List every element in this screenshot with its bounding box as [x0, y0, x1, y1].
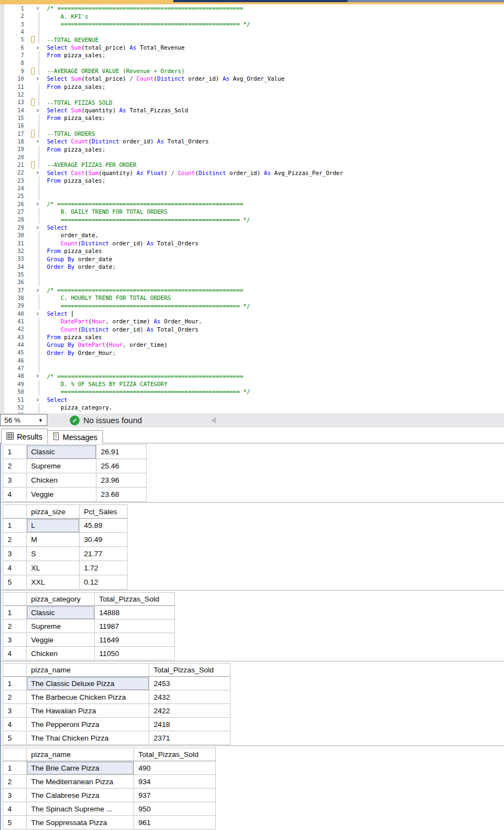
code-line-12[interactable]: 12 [0, 91, 504, 99]
column-header-Total_Pizzas_Sold[interactable]: Total_Pizzas_Sold [95, 593, 175, 606]
grid-cell[interactable]: 30.49 [80, 533, 127, 547]
collapse-arrow-icon[interactable]: ∨ [36, 396, 40, 404]
grid-cell[interactable]: 2371 [149, 731, 230, 745]
grid-cell[interactable]: 11649 [95, 633, 175, 647]
grid-cell[interactable]: Veggie [27, 488, 96, 502]
grid-cell[interactable]: L [27, 519, 80, 533]
code-line-50[interactable]: 50 =====================================… [0, 388, 504, 396]
column-header-pizza_name[interactable]: pizza_name [27, 664, 149, 677]
row-header-2[interactable]: 2 [3, 459, 27, 473]
code-line-10[interactable]: 10∨Select Sum(total_price) / Count(Disti… [0, 75, 504, 83]
grid-cell[interactable]: Chicken [27, 473, 96, 488]
grid-cell[interactable]: 14888 [95, 606, 175, 620]
code-line-22[interactable]: 22∨Select Cast(Sum(quantity) As Float) /… [0, 169, 504, 177]
grid-cell[interactable]: Veggie [27, 633, 95, 647]
grid-cell[interactable]: 25.46 [96, 459, 147, 473]
grid-cell[interactable]: 2418 [149, 718, 230, 731]
code-line-46[interactable]: 46 [0, 357, 504, 365]
row-header-1[interactable]: 1 [3, 677, 27, 690]
code-line-4[interactable]: 4 [0, 28, 504, 36]
grid-corner-cell[interactable] [3, 664, 27, 677]
grid-corner-cell[interactable] [3, 593, 27, 606]
row-header-5[interactable]: 5 [3, 731, 27, 745]
code-line-2[interactable]: 2 A. KPI's [0, 12, 504, 20]
code-line-1[interactable]: 1∨/* ===================================… [0, 4, 504, 13]
collapse-arrow-icon[interactable]: ∨ [36, 310, 40, 317]
grid-cell[interactable]: M [27, 533, 80, 547]
code-line-52[interactable]: 52 pizza_category, [0, 404, 504, 412]
grid-cell[interactable]: 1.72 [80, 561, 127, 575]
code-line-39[interactable]: 39 =====================================… [0, 302, 504, 310]
grid-cell[interactable]: 2422 [149, 704, 230, 718]
grid-cell[interactable]: Chicken [27, 647, 95, 660]
grid-splitter[interactable] [0, 590, 504, 591]
code-line-29[interactable]: 29∨Select [0, 224, 504, 232]
grid-cell[interactable]: 26.91 [96, 445, 147, 459]
row-header-4[interactable]: 4 [3, 647, 27, 660]
row-header-2[interactable]: 2 [3, 775, 27, 789]
column-header-Pct_Sales[interactable]: Pct_Sales [80, 505, 127, 519]
code-line-19[interactable]: 19From pizza_sales; [0, 145, 504, 153]
grid-splitter[interactable] [0, 661, 504, 661]
row-header-5[interactable]: 5 [3, 816, 27, 829]
code-line-6[interactable]: 6∨Select Sum(total_price) As Total_Reven… [0, 44, 504, 52]
code-line-11[interactable]: 11From pizza_sales; [0, 83, 504, 91]
grid-cell[interactable]: The Brie Carre Pizza [27, 761, 134, 775]
code-line-35[interactable]: 35 [0, 270, 504, 279]
code-line-44[interactable]: 44Group By DatePart(Hour, order_time) [0, 341, 504, 349]
column-header-Total_Pizzas_Sold[interactable]: Total_Pizzas_Sold [134, 748, 216, 761]
code-line-27[interactable]: 27 B. DAILY TREND FOR TOTAL ORDERS [0, 208, 504, 216]
grid-cell[interactable]: Supreme [27, 459, 96, 473]
grid-cell[interactable]: 950 [134, 802, 216, 816]
grid-cell[interactable]: The Mediterranean Pizza [27, 775, 134, 789]
collapse-arrow-icon[interactable]: ∨ [36, 224, 40, 231]
code-line-24[interactable]: 24 [0, 184, 504, 193]
code-line-42[interactable]: 42 Count(Distinct order_id) As Total_Ord… [0, 325, 504, 333]
code-line-51[interactable]: 51∨Select [0, 396, 504, 404]
row-header-1[interactable]: 1 [3, 761, 27, 775]
code-line-17[interactable]: 17--TOTAL ORDERS [0, 130, 504, 138]
code-line-43[interactable]: 43From pizza_sales [0, 333, 504, 341]
grid-cell[interactable]: 937 [134, 789, 216, 802]
collapse-arrow-icon[interactable]: ∨ [36, 372, 40, 380]
grid-cell[interactable]: 961 [134, 816, 216, 829]
code-line-33[interactable]: 33Group By order_date [0, 255, 504, 263]
code-line-5[interactable]: 5--TOTAL REVENUE [0, 35, 504, 44]
code-line-48[interactable]: 48∨/* ==================================… [0, 372, 504, 380]
collapse-arrow-icon[interactable]: ∨ [36, 4, 40, 12]
code-line-26[interactable]: 26∨/* ==================================… [0, 200, 504, 208]
grid-cell[interactable]: The Calabrese Pizza [27, 789, 134, 802]
code-line-34[interactable]: 34Order By order_date; [0, 263, 504, 271]
grid-cell[interactable]: S [27, 547, 80, 561]
grid-cell[interactable]: The Pepperoni Pizza [27, 718, 149, 731]
grid-cell[interactable]: 934 [134, 775, 216, 789]
zoom-dropdown-arrow-icon[interactable]: ▼ [38, 414, 43, 426]
code-line-38[interactable]: 38 C. HOURLY TREND FOR TOTAL ORDERS [0, 294, 504, 302]
code-line-32[interactable]: 32From pizza_sales [0, 247, 504, 255]
row-header-3[interactable]: 3 [3, 789, 27, 802]
column-header-pizza_name[interactable]: pizza_name [27, 748, 134, 761]
code-line-36[interactable]: 36 [0, 278, 504, 286]
code-line-23[interactable]: 23From pizza_sales; [0, 177, 504, 185]
code-line-18[interactable]: 18∨Select Count(Distinct order_id) As To… [0, 137, 504, 146]
code-line-49[interactable]: 49 D. % OF SALES BY PIZZA CATEGORY [0, 380, 504, 388]
row-header-5[interactable]: 5 [3, 575, 27, 590]
grid-cell[interactable]: 2432 [149, 690, 230, 704]
grid-cell[interactable]: Classic [27, 606, 95, 620]
collapse-arrow-icon[interactable]: ∨ [36, 200, 40, 208]
code-line-16[interactable]: 16 [0, 122, 504, 130]
grid-cell[interactable]: XL [27, 561, 80, 575]
collapse-arrow-icon[interactable]: ∨ [36, 169, 40, 176]
code-line-45[interactable]: 45Order By Order_Hour; [0, 348, 504, 357]
code-line-40[interactable]: 40∨Select [0, 310, 504, 318]
row-header-4[interactable]: 4 [3, 718, 27, 731]
code-line-7[interactable]: 7From pizza_sales; [0, 51, 504, 59]
row-header-3[interactable]: 3 [3, 704, 27, 718]
grid-cell[interactable]: The Thai Chicken Pizza [27, 731, 149, 745]
collapse-arrow-icon[interactable]: ∨ [36, 75, 40, 82]
row-header-4[interactable]: 4 [3, 488, 27, 502]
code-line-47[interactable]: 47 [0, 364, 504, 372]
code-line-3[interactable]: 3 ======================================… [0, 20, 504, 28]
sql-code-editor[interactable]: 1∨/* ===================================… [0, 4, 504, 413]
grid-cell[interactable]: 11987 [95, 620, 175, 633]
